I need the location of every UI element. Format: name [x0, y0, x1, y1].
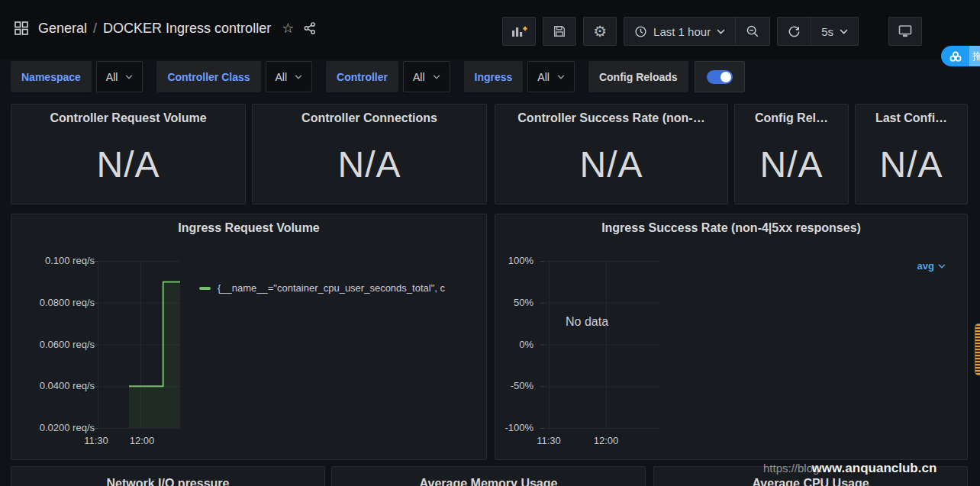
monitor-icon — [898, 24, 913, 39]
panel-title[interactable]: Average Memory Usage — [332, 467, 645, 486]
panel-title[interactable]: Controller Connections — [253, 105, 486, 125]
refresh-interval-picker[interactable]: 5s — [811, 18, 858, 45]
zoom-out-button[interactable] — [735, 18, 769, 45]
variable-value-controller-class[interactable]: All — [266, 61, 313, 92]
legend-item[interactable]: {__name__="container_cpu_user_seconds_to… — [199, 282, 483, 294]
netdisk-logo-icon — [941, 46, 969, 66]
panel-title[interactable]: Controller Success Rate (non-… — [495, 105, 727, 125]
stat-value: N/A — [495, 125, 727, 204]
extension-badge-label: 拖 — [969, 46, 980, 66]
request-volume-series — [129, 282, 180, 428]
stat-value: N/A — [253, 125, 486, 204]
time-range-label: Last 1 hour — [653, 25, 711, 38]
legend-calc-label: avg — [917, 260, 934, 272]
refresh-icon — [788, 25, 801, 38]
y-tick: -50% — [500, 380, 534, 392]
refresh-button[interactable] — [778, 18, 811, 45]
x-tick: 11:30 — [530, 435, 568, 446]
y-tick: 0.0400 req/s — [22, 380, 95, 392]
config-reloads-toggle[interactable] — [695, 61, 745, 92]
panel-network-io-pressure: Network I/O pressure — [11, 466, 325, 486]
save-icon — [553, 24, 566, 38]
share-icon[interactable] — [303, 21, 317, 35]
y-tick: 0.0800 req/s — [22, 297, 95, 309]
series-color-swatch — [199, 287, 211, 290]
legend-calc-dropdown[interactable]: avg — [917, 260, 946, 272]
panel-controller-success-rate: Controller Success Rate (non-… N/A — [495, 104, 728, 204]
panel-last-config: Last Confi… N/A — [855, 104, 968, 204]
side-drag-handle[interactable] — [975, 323, 980, 375]
zoom-out-icon — [746, 24, 759, 38]
variable-value-text: All — [276, 71, 288, 83]
add-panel-icon — [511, 24, 527, 39]
y-tick: 100% — [500, 255, 534, 267]
panel-ingress-request-volume: Ingress Request Volume 0.100 req/s 0.080… — [11, 214, 487, 460]
panel-title[interactable]: Ingress Request Volume — [11, 214, 486, 235]
time-picker-group: Last 1 hour — [624, 17, 770, 46]
chevron-down-icon — [717, 29, 725, 34]
dashboard-settings-button[interactable]: ⚙ — [583, 17, 617, 46]
toggle-knob — [720, 72, 731, 82]
refresh-interval-label: 5s — [821, 25, 833, 38]
panel-title[interactable]: Config Rel… — [735, 105, 848, 125]
chevron-down-icon — [295, 75, 302, 79]
panel-title[interactable]: Network I/O pressure — [11, 467, 324, 486]
request-volume-plot — [93, 261, 180, 429]
stat-value: N/A — [856, 125, 967, 204]
dashboard-title: DOCKER Ingress controller — [103, 21, 271, 37]
add-panel-button[interactable] — [502, 17, 536, 46]
y-tick: 0.0600 req/s — [22, 339, 95, 351]
toggle-switch[interactable] — [707, 70, 733, 84]
success-rate-plot — [540, 261, 666, 429]
y-tick: 0% — [500, 339, 534, 351]
cycle-view-mode-button[interactable] — [888, 17, 922, 46]
panel-controller-connections: Controller Connections N/A — [252, 104, 487, 204]
variable-label-ingress: Ingress — [464, 61, 524, 92]
gear-icon: ⚙ — [593, 22, 607, 40]
variable-value-namespace[interactable]: All — [96, 61, 143, 92]
panel-config-reloads: Config Rel… N/A — [734, 104, 849, 204]
watermark-overlay: www.anquanclub.cn — [812, 461, 937, 476]
chevron-down-icon — [938, 264, 946, 269]
panel-controller-request-volume: Controller Request Volume N/A — [11, 104, 246, 204]
top-nav: General / DOCKER Ingress controller ☆ — [0, 0, 980, 60]
panel-average-memory-usage: Average Memory Usage — [331, 466, 646, 486]
star-icon[interactable]: ☆ — [282, 20, 294, 37]
variable-value-text: All — [537, 71, 550, 83]
chevron-down-icon — [840, 29, 848, 34]
x-tick: 11:30 — [77, 435, 115, 446]
stat-value: N/A — [735, 125, 848, 204]
panel-title[interactable]: Ingress Success Rate (non-4|5xx response… — [495, 214, 967, 235]
panel-title[interactable]: Controller Request Volume — [11, 105, 245, 125]
apps-grid-icon[interactable] — [14, 21, 29, 36]
chevron-down-icon — [433, 75, 440, 79]
y-tick: 50% — [500, 297, 534, 309]
variable-label-controller: Controller — [326, 61, 398, 92]
series-name: {__name__="container_cpu_user_seconds_to… — [218, 282, 445, 294]
panel-ingress-success-rate: Ingress Success Rate (non-4|5xx response… — [495, 214, 968, 460]
variable-value-ingress[interactable]: All — [527, 61, 575, 92]
panel-title[interactable]: Last Confi… — [856, 105, 967, 125]
stat-value: N/A — [11, 125, 245, 204]
chevron-down-icon — [125, 75, 133, 79]
watermark: https://blog. www.anquanclub.cn — [763, 461, 936, 476]
x-tick: 12:00 — [123, 435, 161, 446]
y-tick: -100% — [500, 422, 534, 434]
variable-value-text: All — [106, 71, 118, 83]
breadcrumb-separator: / — [93, 21, 97, 37]
refresh-group: 5s — [777, 17, 859, 46]
browser-extension-badge[interactable]: 拖 — [941, 46, 980, 66]
variables-row: Namespace All Controller Class All Contr… — [11, 61, 745, 92]
breadcrumb-section[interactable]: General — [38, 21, 87, 37]
time-range-picker[interactable]: Last 1 hour — [624, 18, 735, 45]
no-data-message: No data — [566, 315, 608, 329]
clock-icon — [634, 25, 647, 38]
config-reloads-label: Config Reloads — [588, 61, 688, 92]
save-dashboard-button[interactable] — [543, 17, 576, 46]
y-tick: 0.100 req/s — [22, 255, 95, 267]
variable-label-controller-class: Controller Class — [156, 61, 260, 92]
y-tick: 0.0200 req/s — [22, 422, 95, 434]
breadcrumb[interactable]: General / DOCKER Ingress controller — [38, 21, 271, 37]
variable-value-text: All — [413, 71, 425, 83]
variable-value-controller[interactable]: All — [403, 61, 450, 92]
